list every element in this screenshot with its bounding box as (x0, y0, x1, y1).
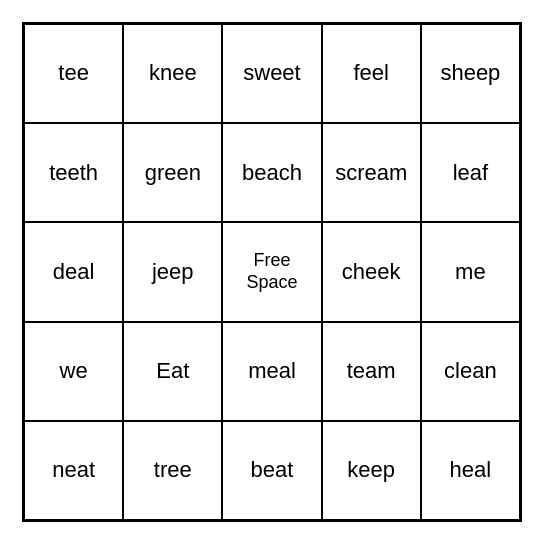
cell-r2c4[interactable]: me (421, 222, 520, 321)
cell-r0c4[interactable]: sheep (421, 24, 520, 123)
cell-r0c2[interactable]: sweet (222, 24, 321, 123)
cell-r3c4[interactable]: clean (421, 322, 520, 421)
cell-r1c4[interactable]: leaf (421, 123, 520, 222)
cell-r3c2[interactable]: meal (222, 322, 321, 421)
cell-r2c2[interactable]: Free Space (222, 222, 321, 321)
cell-r1c1[interactable]: green (123, 123, 222, 222)
cell-r4c1[interactable]: tree (123, 421, 222, 520)
cell-r4c0[interactable]: neat (24, 421, 123, 520)
cell-r2c3[interactable]: cheek (322, 222, 421, 321)
cell-r4c2[interactable]: beat (222, 421, 321, 520)
cell-r3c1[interactable]: Eat (123, 322, 222, 421)
cell-r3c0[interactable]: we (24, 322, 123, 421)
cell-r1c2[interactable]: beach (222, 123, 321, 222)
cell-r3c3[interactable]: team (322, 322, 421, 421)
cell-r2c0[interactable]: deal (24, 222, 123, 321)
cell-r4c3[interactable]: keep (322, 421, 421, 520)
cell-r0c1[interactable]: knee (123, 24, 222, 123)
bingo-board: teekneesweetfeelsheepteethgreenbeachscre… (22, 22, 522, 522)
cell-r1c0[interactable]: teeth (24, 123, 123, 222)
cell-r4c4[interactable]: heal (421, 421, 520, 520)
cell-r0c3[interactable]: feel (322, 24, 421, 123)
cell-r0c0[interactable]: tee (24, 24, 123, 123)
cell-r2c1[interactable]: jeep (123, 222, 222, 321)
cell-r1c3[interactable]: scream (322, 123, 421, 222)
